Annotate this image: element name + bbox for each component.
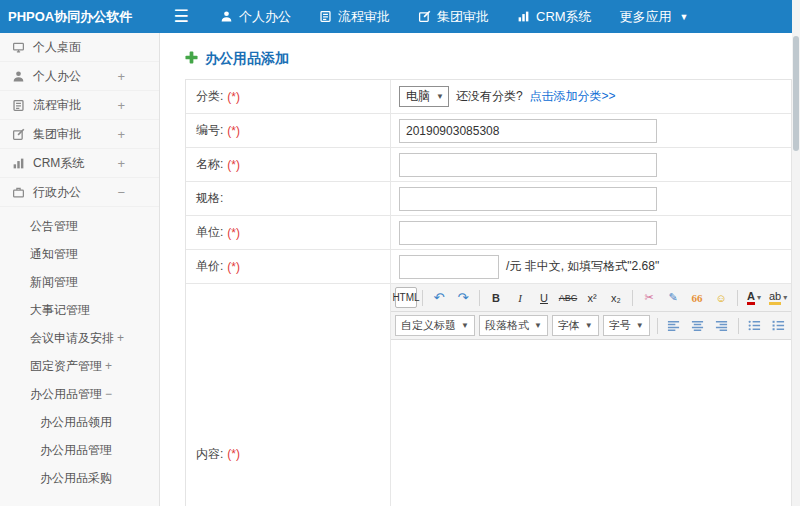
field-value-cell xyxy=(391,216,791,249)
sidebar-item-memorabilia-mgmt[interactable]: 大事记管理 xyxy=(0,296,159,324)
font-family-select[interactable]: 字体 ▼ xyxy=(552,315,599,336)
caret-down-icon: ▼ xyxy=(436,92,444,101)
expand-toggle[interactable]: + xyxy=(117,98,125,113)
nav-item-group-approval[interactable]: 集团审批 xyxy=(404,0,503,33)
sidebar-item-crm[interactable]: CRM系统 + xyxy=(0,149,159,178)
font-size-select[interactable]: 字号 ▼ xyxy=(603,315,650,336)
unit-input[interactable] xyxy=(399,221,657,245)
nav-item-workflow-approval[interactable]: 流程审批 xyxy=(305,0,404,33)
sidebar-item-personal-office[interactable]: 个人办公 + xyxy=(0,62,159,91)
required-marker: (*) xyxy=(227,226,240,240)
caret-down-icon: ▼ xyxy=(461,321,469,330)
sidebar-item-workflow-approval[interactable]: 流程审批 + xyxy=(0,91,159,120)
emoticon-button[interactable]: ☺ xyxy=(710,287,732,308)
price-suffix-note: /元 非中文, 如填写格式"2.68" xyxy=(506,258,659,275)
expand-toggle[interactable]: + xyxy=(117,127,125,142)
sidebar-item-group-approval[interactable]: 集团审批 + xyxy=(0,120,159,149)
caret-down-icon: ▼ xyxy=(534,321,542,330)
remove-format-button[interactable]: ✂ xyxy=(638,287,660,308)
strikethrough-button[interactable]: ABC xyxy=(557,287,579,308)
name-input[interactable] xyxy=(399,153,657,177)
edit-square-icon xyxy=(418,10,431,23)
expand-toggle[interactable]: + xyxy=(117,331,124,345)
blockquote-button[interactable]: 66 xyxy=(686,287,708,308)
form-row-price: 单价: (*) /元 非中文, 如填写格式"2.68" xyxy=(186,250,791,284)
collapse-toggle[interactable]: − xyxy=(105,387,112,401)
sidebar-item-fixed-assets-mgmt[interactable]: 固定资产管理 + xyxy=(0,352,159,380)
field-label: 分类: xyxy=(196,88,223,105)
field-label: 名称: xyxy=(196,156,223,173)
sidebar-item-label: 办公用品领用 xyxy=(40,414,112,431)
sidebar-item-supplies-requisition[interactable]: 办公用品领用 xyxy=(0,408,159,436)
format-painter-button[interactable]: ✎ xyxy=(662,287,684,308)
font-color-button[interactable]: A ▾ xyxy=(743,287,765,308)
sidebar-item-news-mgmt[interactable]: 新闻管理 xyxy=(0,268,159,296)
person-icon xyxy=(12,70,25,83)
field-value-cell xyxy=(391,148,791,181)
field-value-cell: /元 非中文, 如填写格式"2.68" xyxy=(391,250,791,283)
sidebar-item-admin-office[interactable]: 行政办公 − xyxy=(0,178,159,207)
nav-item-crm[interactable]: CRM系统 xyxy=(503,0,606,33)
superscript-button[interactable]: x² xyxy=(581,287,603,308)
spec-input[interactable] xyxy=(399,187,657,211)
admin-office-submenu: 公告管理 通知管理 新闻管理 大事记管理 会议申请及安排 + 固定资产管理 + … xyxy=(0,207,159,492)
clipboard-icon xyxy=(12,99,25,112)
category-select[interactable]: 电脑 ▼ xyxy=(399,86,449,107)
sidebar-item-label: 个人办公 xyxy=(33,68,81,85)
sidebar-item-notice-mgmt[interactable]: 通知管理 xyxy=(0,240,159,268)
sidebar-item-announcement-mgmt[interactable]: 公告管理 xyxy=(0,212,159,240)
underline-button[interactable]: U xyxy=(533,287,555,308)
nav-item-label: 更多应用 xyxy=(620,8,672,26)
caret-down-icon: ▾ xyxy=(783,293,787,302)
expand-toggle[interactable]: + xyxy=(117,69,125,84)
subscript-button[interactable]: x₂ xyxy=(605,287,627,308)
top-navbar: PHPOA协同办公软件 ☰ 个人办公 流程审批 集团审批 xyxy=(0,0,792,33)
code-input[interactable] xyxy=(399,119,657,143)
align-right-icon[interactable] xyxy=(711,315,733,336)
editor-toolbar-row1: HTML ↶ ↷ B I U ABC x² x₂ ✂ xyxy=(391,284,791,312)
sidebar-item-meeting-request[interactable]: 会议申请及安排 + xyxy=(0,324,159,352)
align-left-icon[interactable] xyxy=(663,315,685,336)
form-row-unit: 单位: (*) xyxy=(186,216,791,250)
sidebar-item-supplies-purchase[interactable]: 办公用品采购 xyxy=(0,464,159,492)
unordered-list-icon[interactable] xyxy=(744,315,766,336)
sidebar-item-office-supplies-mgmt[interactable]: 办公用品管理 − xyxy=(0,380,159,408)
nav-item-more-apps[interactable]: 更多应用 ▼ xyxy=(606,0,703,33)
expand-toggle[interactable]: + xyxy=(105,359,112,373)
field-label: 规格: xyxy=(196,190,223,207)
sidebar-item-personal-desktop[interactable]: 个人桌面 xyxy=(0,33,159,62)
ordered-list-icon[interactable] xyxy=(768,315,790,336)
sidebar-item-supplies-manage[interactable]: 办公用品管理 xyxy=(0,436,159,464)
field-label-cell: 内容: (*) xyxy=(186,284,391,506)
hamburger-menu-icon[interactable]: ☰ xyxy=(158,0,204,33)
paragraph-format-select[interactable]: 段落格式 ▼ xyxy=(479,315,548,336)
desktop-icon xyxy=(12,41,25,54)
bold-button[interactable]: B xyxy=(485,287,507,308)
nav-item-label: 集团审批 xyxy=(437,8,489,26)
required-marker: (*) xyxy=(227,124,240,138)
align-center-icon[interactable] xyxy=(687,315,709,336)
sidebar-item-label: 个人桌面 xyxy=(33,39,81,56)
undo-button[interactable]: ↶ xyxy=(428,287,450,308)
field-label-cell: 规格: xyxy=(186,182,391,215)
nav-item-label: 个人办公 xyxy=(239,8,291,26)
price-input[interactable] xyxy=(399,255,499,279)
scrollbar-thumb[interactable] xyxy=(793,36,799,151)
field-label-cell: 编号: (*) xyxy=(186,114,391,147)
clipboard-icon xyxy=(319,10,332,23)
vertical-scrollbar[interactable] xyxy=(792,0,800,506)
highlight-color-button[interactable]: ab ▾ xyxy=(767,287,789,308)
collapse-toggle[interactable]: − xyxy=(117,185,125,200)
add-category-link[interactable]: 点击添加分类>> xyxy=(530,88,616,105)
sidebar-item-label: 固定资产管理 xyxy=(30,358,102,375)
form-row-content: 内容: (*) HTML ↶ ↷ B I U xyxy=(186,284,791,506)
expand-toggle[interactable]: + xyxy=(117,156,125,171)
italic-button[interactable]: I xyxy=(509,287,531,308)
html-source-button[interactable]: HTML xyxy=(395,287,417,308)
nav-item-personal-office[interactable]: 个人办公 xyxy=(206,0,305,33)
toolbar-divider xyxy=(737,290,738,306)
sidebar-item-label: 流程审批 xyxy=(33,97,81,114)
heading-select[interactable]: 自定义标题 ▼ xyxy=(395,315,475,336)
redo-button[interactable]: ↷ xyxy=(452,287,474,308)
editor-content[interactable] xyxy=(391,340,791,506)
